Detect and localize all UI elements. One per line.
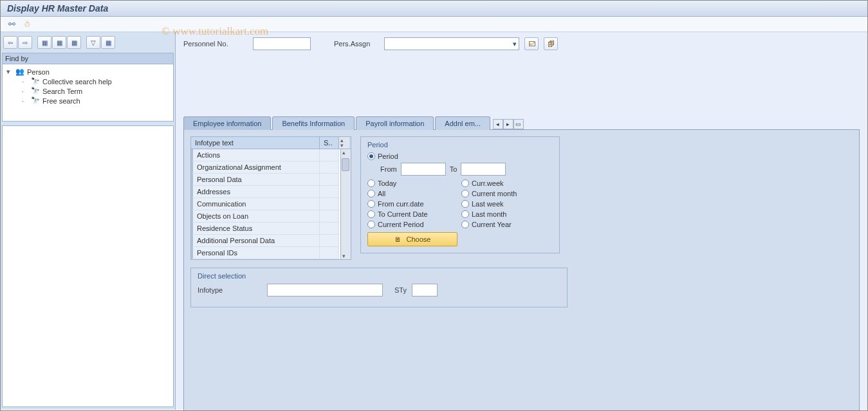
radio-icon <box>461 221 469 228</box>
find-by-header: Find by <box>3 53 173 64</box>
tree-node-person[interactable]: ▾ 👥 Person <box>4 67 172 77</box>
radio-icon <box>367 190 375 197</box>
tab-benefits-information[interactable]: Benefits Information <box>272 116 355 130</box>
org-structure-button[interactable]: 🗠 <box>524 37 539 50</box>
sty-label: STy <box>394 286 407 294</box>
table-scrollbar[interactable] <box>340 149 351 259</box>
tree-node-free-search[interactable]: · 🔭 Free search <box>4 96 172 105</box>
from-input[interactable] <box>401 163 446 176</box>
status-cell <box>320 149 339 161</box>
radio-curr-week[interactable]: Curr.week <box>461 179 551 187</box>
radio-to-current-date[interactable]: To Current Date <box>367 210 457 218</box>
period-from-to-row: From To <box>380 163 553 176</box>
infotype-cell: Residence Status <box>191 223 320 235</box>
binoculars-icon: 🔭 <box>31 96 40 105</box>
tab-scroll-left-button[interactable]: ◂ <box>493 119 503 129</box>
direct-selection-groupbox: Direct selection Infotype STy <box>190 268 568 307</box>
window-title: Display HR Master Data <box>1 1 867 17</box>
radio-label: Last week <box>472 200 504 208</box>
infotype-label: Infotype <box>198 286 262 294</box>
tool-btn-3[interactable]: ▦ <box>67 36 81 49</box>
person-icon[interactable]: ☃ <box>21 19 33 30</box>
tab-panel: Infotype text S.. Actions Organizational… <box>183 129 860 411</box>
radio-current-year[interactable]: Current Year <box>461 221 551 228</box>
radio-period[interactable]: Period <box>367 152 553 160</box>
infotype-cell: Actions <box>191 149 320 161</box>
radio-icon <box>367 179 375 187</box>
expand-icon[interactable]: ▾ <box>6 68 13 76</box>
sidebar-blank-panel <box>2 125 174 407</box>
infotype-input[interactable] <box>267 284 383 297</box>
binoculars-icon: 🔭 <box>31 77 40 86</box>
table-row[interactable]: Addresses <box>191 186 340 198</box>
nav-forward-button[interactable]: ⇨ <box>18 36 32 49</box>
status-cell <box>320 210 339 223</box>
radio-from-curr-date[interactable]: From curr.date <box>367 200 457 208</box>
tool-btn-4[interactable]: ▽ <box>86 36 100 49</box>
status-cell <box>320 198 339 210</box>
sidebar-toolbar: ⇦ ⇨ ▦ ▦ ▦ ▽ ▦ <box>2 35 174 50</box>
table-row[interactable]: Objects on Loan <box>191 210 340 223</box>
col-status[interactable]: S.. <box>320 137 339 149</box>
radio-icon <box>461 190 469 197</box>
table-row[interactable]: Personal Data <box>191 174 340 186</box>
table-row[interactable]: Additional Personal Data <box>191 235 340 247</box>
tool-btn-5[interactable]: ▦ <box>101 36 115 49</box>
table-header: Infotype text S.. <box>190 136 351 149</box>
radio-today[interactable]: Today <box>367 179 457 187</box>
status-cell <box>320 186 339 198</box>
table-row[interactable]: Organizational Assignment <box>191 161 340 174</box>
radio-label: Curr.week <box>472 179 504 187</box>
tab-nav: ◂ ▸ ▭ <box>493 119 524 129</box>
main-area: Personnel No. Pers.Assgn ▾ 🗠 🗐 Employee … <box>176 32 867 410</box>
radio-icon <box>367 210 375 218</box>
radio-label: Current Year <box>472 221 512 228</box>
radio-icon <box>461 179 469 187</box>
to-input[interactable] <box>461 163 506 176</box>
tab-payroll-information[interactable]: Payroll information <box>356 116 434 130</box>
table-row[interactable]: Residence Status <box>191 223 340 235</box>
radio-label: Current Period <box>378 221 424 228</box>
choose-label: Choose <box>407 235 431 243</box>
radio-curr-month[interactable]: Current month <box>461 190 551 197</box>
choose-button[interactable]: 🗎 Choose <box>367 232 457 246</box>
table-row[interactable]: Communication <box>191 198 340 210</box>
table-row[interactable]: Personal IDs <box>191 247 340 259</box>
radio-icon <box>367 221 375 228</box>
glasses-icon[interactable]: ⚯ <box>6 19 17 30</box>
radio-last-week[interactable]: Last week <box>461 200 551 208</box>
radio-current-period[interactable]: Current Period <box>367 221 457 228</box>
personnel-no-input[interactable] <box>253 37 311 50</box>
infotype-cell: Additional Personal Data <box>191 235 320 247</box>
pers-assgn-label: Pers.Assgn <box>334 40 379 48</box>
status-cell <box>320 174 339 186</box>
sty-input[interactable] <box>412 284 438 297</box>
radio-label: From curr.date <box>378 200 424 208</box>
tab-scroll-right-button[interactable]: ▸ <box>503 119 513 129</box>
tab-addnl-em[interactable]: Addnl em... <box>435 116 490 130</box>
radio-icon <box>367 152 375 160</box>
status-cell <box>320 223 339 235</box>
table-row[interactable]: Actions <box>191 149 340 161</box>
pers-assgn-dropdown[interactable]: ▾ <box>384 37 519 50</box>
radio-icon <box>461 200 469 208</box>
tree-node-search-term[interactable]: · 🔭 Search Term <box>4 86 172 96</box>
scroll-thumb[interactable] <box>342 158 349 171</box>
tree-node-label: Search Term <box>42 87 82 95</box>
tool-btn-1[interactable]: ▦ <box>37 36 51 49</box>
tree-node-label: Free search <box>42 97 80 105</box>
tool-btn-2[interactable]: ▦ <box>52 36 66 49</box>
choose-icon: 🗎 <box>394 235 402 243</box>
radio-label: To Current Date <box>378 210 428 218</box>
period-groupbox: Period Period From To <box>360 136 560 253</box>
nav-back-button[interactable]: ⇦ <box>3 36 17 49</box>
bullet-icon: · <box>22 97 28 105</box>
tab-list-button[interactable]: ▭ <box>513 119 524 129</box>
tab-employee-information[interactable]: Employee information <box>183 116 271 130</box>
radio-label: Period <box>378 152 398 160</box>
tree-node-collective-search[interactable]: · 🔭 Collective search help <box>4 77 172 86</box>
radio-all[interactable]: All <box>367 190 457 197</box>
radio-last-month[interactable]: Last month <box>461 210 551 218</box>
col-infotype-text[interactable]: Infotype text <box>191 137 320 149</box>
assignment-overview-button[interactable]: 🗐 <box>544 37 558 50</box>
